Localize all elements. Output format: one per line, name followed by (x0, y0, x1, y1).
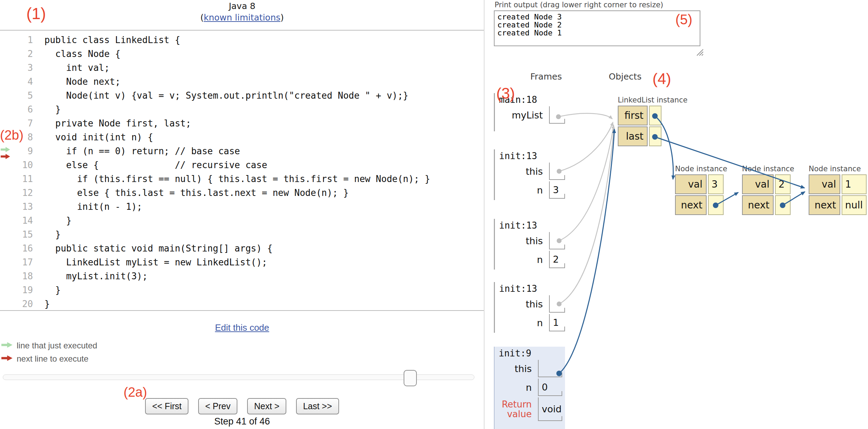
code-text: } (44, 102, 61, 116)
pointer-this2-to-linkedlist (559, 125, 614, 241)
step-slider-thumb[interactable] (404, 370, 417, 386)
code-text: init(n - 1); (44, 200, 142, 214)
code-text: Node(int v) {val = v; System.out.println… (44, 89, 408, 102)
code-text: private Node first, last; (44, 116, 191, 130)
field-name-cell: val (675, 174, 707, 194)
frame-variable-row: Returnvaluevoid (495, 397, 565, 421)
variable-pointer-box (549, 163, 565, 180)
variable-name: n (495, 314, 549, 331)
code-text: } (44, 228, 61, 241)
variable-name: n (495, 181, 549, 199)
code-line: 6 } (0, 102, 484, 116)
heap-object-table: firstlast (618, 106, 661, 147)
stack-frame-init-9: init:9thisn0Returnvaluevoid (494, 347, 565, 429)
frame-variable-row: this (495, 232, 565, 249)
object-type-caption: Node instance (675, 165, 727, 173)
frame-variable-row: myList (495, 106, 565, 124)
line-number: 10 (0, 158, 33, 172)
line-number: 13 (0, 200, 33, 214)
stack-frame-init-13: init:13thisn1 (494, 282, 565, 333)
frame-variable-row: n2 (495, 251, 565, 268)
print-output-textarea[interactable] (494, 10, 700, 46)
resize-grip-icon[interactable] (695, 48, 705, 56)
variable-value-box: 0 (538, 379, 562, 396)
field-name-cell: next (675, 195, 707, 215)
print-output-label: Print output (drag lower right corner to… (495, 1, 663, 9)
code-line: 12 else { this.last = this.last.next = n… (0, 186, 484, 200)
field-pointer-cell (775, 195, 791, 215)
variable-name: this (495, 360, 538, 377)
variable-pointer-box (549, 106, 565, 124)
line-number: 17 (0, 255, 33, 269)
code-text: void init(int n) { (44, 130, 153, 144)
annotation-1: (1) (26, 4, 46, 23)
line-number: 1 (0, 33, 33, 47)
variable-value-box: 3 (549, 181, 565, 199)
edit-this-code-link[interactable]: Edit this code (215, 322, 269, 333)
code-line: 1public class LinkedList { (0, 33, 484, 47)
code-text: myList.init(3); (44, 269, 148, 283)
frame-variable-row: this (495, 360, 565, 377)
heap-field-row: val1 (809, 174, 867, 194)
code-text: } (44, 297, 50, 311)
code-line: 5 Node(int v) {val = v; System.out.print… (0, 89, 484, 102)
variable-pointer-box (549, 295, 565, 313)
pointer-this-current-to-linkedlist (559, 129, 614, 373)
code-line: 4 Node next; (0, 75, 484, 89)
field-value-cell: null (842, 195, 867, 215)
code-line: 17 LinkedList myList = new LinkedList(); (0, 255, 484, 269)
prev-button[interactable]: < Prev (198, 398, 237, 414)
annotation-2a: (2a) (124, 385, 147, 400)
code-text: } (44, 283, 61, 297)
first-button[interactable]: << First (145, 398, 188, 414)
heap-object-table: val3next (675, 174, 724, 216)
line-number: 19 (0, 283, 33, 297)
objects-heading: Objects (609, 72, 641, 82)
variable-value-box: 1 (549, 314, 565, 331)
field-name-cell: val (809, 174, 840, 194)
paren-open: ( (200, 13, 204, 23)
code-line: 10 else { // recursive case (0, 158, 484, 172)
variable-value-box: void (538, 397, 562, 421)
code-text: else { this.last = this.last.next = new … (44, 186, 349, 200)
frames-heading: Frames (530, 72, 562, 82)
line-number: 4 (0, 75, 33, 89)
stack-frame-init-13: init:13thisn3 (494, 149, 565, 200)
frame-header: init:13 (495, 282, 565, 294)
code-text: int val; (44, 61, 110, 75)
next-button[interactable]: Next > (247, 398, 286, 414)
field-value-cell: 2 (775, 174, 791, 194)
heap-field-row: first (618, 106, 661, 125)
variable-value-box: 2 (549, 251, 565, 268)
code-line: 7 private Node first, last; (0, 116, 484, 130)
code-text: public static void main(String[] args) { (44, 241, 272, 255)
code-text: LinkedList myList = new LinkedList(); (44, 255, 267, 269)
code-line: 2 class Node { (0, 47, 484, 61)
code-text: Node next; (44, 75, 120, 89)
code-line: 18 myList.init(3); (0, 269, 484, 283)
annotation-2b: (2b) (0, 128, 24, 143)
line-number: 15 (0, 228, 33, 241)
code-line: 8 void init(int n) { (0, 130, 484, 144)
field-value-cell: 1 (842, 174, 867, 194)
last-button[interactable]: Last >> (296, 398, 339, 414)
header: Java 8 (known limitations) (0, 0, 484, 23)
frame-variable-row: this (495, 163, 565, 180)
code-text: } (44, 214, 71, 228)
object-type-caption: LinkedList instance (618, 96, 688, 104)
field-pointer-cell (649, 126, 661, 146)
code-line: 16 public static void main(String[] args… (0, 241, 484, 255)
code-bottom-divider (0, 310, 484, 311)
known-limitations-line: (known limitations) (0, 13, 484, 23)
code-line: 13 init(n - 1); (0, 200, 484, 214)
line-number: 18 (0, 269, 33, 283)
variable-pointer-box (549, 232, 565, 249)
heap-field-row: val3 (675, 174, 724, 194)
frame-header: init:13 (495, 149, 565, 161)
known-limitations-link[interactable]: known limitations (204, 13, 280, 23)
heap-object-table: val2next (742, 174, 791, 216)
legend-red-arrow-icon (1, 355, 12, 361)
line-number: 16 (0, 241, 33, 255)
field-name-cell: first (618, 106, 648, 125)
navigation-buttons: << First < Prev Next > Last >> (0, 398, 484, 414)
